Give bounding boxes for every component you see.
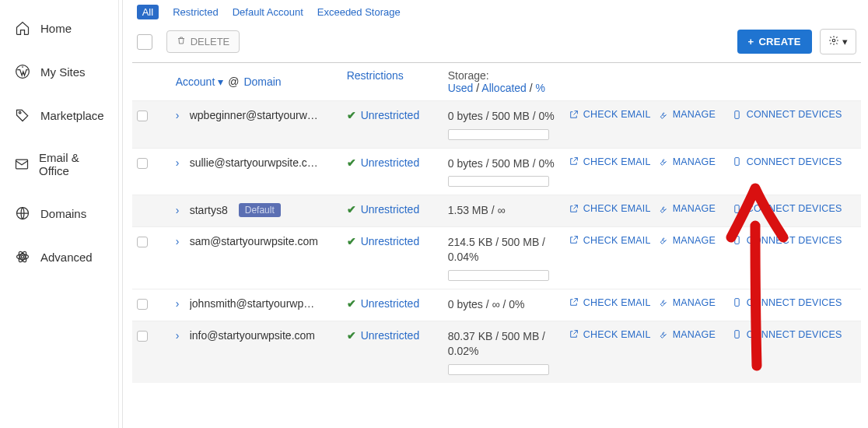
sidebar-item-home[interactable]: Home (0, 6, 118, 50)
delete-button[interactable]: DELETE (166, 30, 240, 53)
expand-chevron-icon[interactable]: › (176, 329, 184, 342)
select-all-checkbox[interactable] (137, 34, 152, 50)
sidebar-item-domains[interactable]: Domains (0, 191, 118, 235)
svg-rect-19 (734, 331, 738, 339)
sidebar-item-advanced[interactable]: Advanced (0, 235, 118, 279)
check-email-button[interactable]: CHECK EMAIL (569, 156, 658, 167)
wrench-icon (658, 156, 668, 167)
manage-button[interactable]: MANAGE (658, 297, 732, 308)
svg-rect-9 (734, 111, 738, 118)
expand-chevron-icon[interactable]: › (176, 109, 184, 121)
sidebar-item-mysites[interactable]: My Sites (0, 50, 118, 93)
tag-icon (14, 107, 31, 123)
connect-devices-button[interactable]: CONNECT DEVICES (732, 109, 856, 120)
expand-chevron-icon[interactable]: › (176, 156, 184, 169)
sidebar-item-label: Email & Office (39, 151, 104, 177)
manage-button[interactable]: MANAGE (658, 156, 732, 167)
create-button[interactable]: + CREATE (737, 30, 812, 54)
device-icon (732, 297, 742, 307)
filter-tabs: All Restricted Default Account Exceeded … (132, 5, 861, 24)
chevron-down-icon: ▾ (218, 75, 223, 88)
accounts-table: Account ▾ @ Domain Restrictions Storage:… (132, 63, 861, 383)
globe-icon (14, 205, 31, 221)
table-header: Account ▾ @ Domain Restrictions Storage:… (132, 63, 861, 100)
tab-all[interactable]: All (137, 5, 159, 19)
device-icon (732, 329, 742, 339)
check-email-button[interactable]: CHECK EMAIL (569, 297, 658, 308)
usage-bar (448, 270, 549, 281)
wrench-icon (658, 110, 668, 120)
header-restrictions[interactable]: Restrictions (347, 69, 448, 94)
sidebar: Home My Sites Marketplace Email & Office… (0, 0, 119, 428)
restriction-link[interactable]: Unrestricted (361, 109, 419, 121)
connect-devices-button[interactable]: CONNECT DEVICES (732, 297, 856, 308)
sidebar-item-marketplace[interactable]: Marketplace (0, 93, 118, 137)
connect-devices-button[interactable]: CONNECT DEVICES (732, 156, 856, 167)
open-icon (569, 204, 579, 214)
check-email-button[interactable]: CHECK EMAIL (569, 203, 658, 214)
toolbar: DELETE + CREATE ▾ (132, 24, 861, 63)
manage-button[interactable]: MANAGE (658, 235, 732, 246)
check-icon: ✔ (347, 203, 356, 216)
check-icon: ✔ (347, 297, 356, 310)
header-used[interactable]: Used (448, 82, 474, 94)
restriction-link[interactable]: Unrestricted (361, 329, 419, 342)
tab-restricted[interactable]: Restricted (173, 6, 219, 18)
sidebar-item-email[interactable]: Email & Office (0, 137, 118, 191)
row-checkbox[interactable] (137, 237, 148, 247)
manage-button[interactable]: MANAGE (658, 329, 732, 340)
svg-point-4 (21, 255, 23, 258)
svg-point-5 (17, 254, 29, 260)
usage-bar (448, 364, 549, 375)
connect-devices-button[interactable]: CONNECT DEVICES (732, 329, 856, 340)
header-domain[interactable]: Domain (243, 75, 281, 88)
check-icon: ✔ (347, 109, 356, 121)
device-icon (732, 110, 742, 120)
header-allocated[interactable]: Allocated (481, 82, 527, 94)
expand-chevron-icon[interactable]: › (176, 204, 184, 216)
wrench-icon (658, 235, 668, 245)
settings-button[interactable]: ▾ (820, 29, 856, 54)
account-email: startys8 (190, 204, 228, 216)
row-checkbox[interactable] (137, 299, 148, 310)
plus-icon: + (748, 36, 754, 47)
check-email-button[interactable]: CHECK EMAIL (569, 109, 658, 120)
manage-button[interactable]: MANAGE (658, 109, 732, 120)
header-percent[interactable]: % (536, 82, 545, 94)
header-at: @ (228, 75, 239, 88)
open-icon (569, 329, 579, 339)
wordpress-icon (14, 64, 31, 79)
tab-exceeded-storage[interactable]: Exceeded Storage (317, 6, 401, 18)
table-row: ›wpbeginner@startyourw…✔Unrestricted0 by… (132, 100, 861, 148)
restriction-link[interactable]: Unrestricted (361, 203, 419, 216)
tab-default-account[interactable]: Default Account (233, 6, 303, 18)
svg-rect-2 (16, 160, 28, 169)
check-icon: ✔ (347, 156, 356, 169)
storage-cell: 214.5 KB / 500 MB / 0.04% (448, 235, 569, 281)
header-account[interactable]: Account ▾ (176, 75, 223, 88)
expand-chevron-icon[interactable]: › (176, 297, 184, 310)
restriction-link[interactable]: Unrestricted (361, 156, 419, 169)
row-checkbox[interactable] (137, 331, 148, 342)
account-email: info@startyourwpsite.com (190, 329, 315, 342)
expand-chevron-icon[interactable]: › (176, 235, 184, 247)
restriction-link[interactable]: Unrestricted (361, 297, 419, 310)
storage-cell: 0 bytes / 500 MB / 0% (448, 109, 569, 140)
home-icon (14, 20, 31, 36)
svg-rect-17 (734, 299, 738, 307)
row-checkbox[interactable] (137, 158, 148, 169)
storage-cell: 1.53 MB / ∞ (448, 203, 569, 219)
device-icon (732, 235, 742, 245)
check-email-button[interactable]: CHECK EMAIL (569, 235, 658, 246)
check-email-button[interactable]: CHECK EMAIL (569, 329, 658, 340)
connect-devices-button[interactable]: CONNECT DEVICES (732, 235, 856, 246)
check-icon: ✔ (347, 235, 356, 247)
device-icon (732, 156, 742, 167)
device-icon (732, 204, 742, 214)
connect-devices-button[interactable]: CONNECT DEVICES (732, 203, 856, 214)
manage-button[interactable]: MANAGE (658, 203, 732, 214)
restriction-link[interactable]: Unrestricted (361, 235, 419, 247)
row-checkbox[interactable] (137, 111, 148, 121)
sidebar-item-label: Marketplace (40, 109, 104, 122)
open-icon (569, 297, 579, 307)
